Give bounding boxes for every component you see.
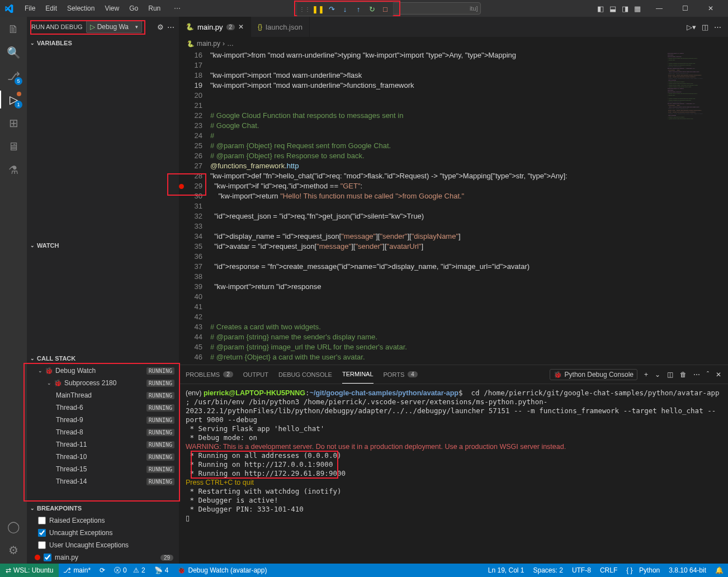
menu-file[interactable]: File: [20, 2, 40, 15]
menu-overflow-icon[interactable]: ⋯: [169, 2, 185, 15]
panel-tab[interactable]: DEBUG CONSOLE: [278, 365, 332, 384]
code-line[interactable]: "kw-import">from "mod warn-underline">ty…: [210, 50, 666, 60]
code-line[interactable]: "kw-import">import "mod warn-underline">…: [210, 70, 666, 81]
panel-tab[interactable]: OUTPUT: [243, 365, 268, 384]
debug-settings-gear-icon[interactable]: ⚙: [157, 23, 164, 31]
code-line[interactable]: # @param {string} name the sender's disp…: [210, 332, 666, 342]
code-line[interactable]: # @param {Object} req Request sent from …: [210, 141, 666, 151]
code-line[interactable]: "id">display_name = "id">request_json["m…: [210, 231, 666, 242]
line-number[interactable]: 17: [179, 60, 202, 70]
code-line[interactable]: "kw-import">return "Hello! This function…: [210, 191, 666, 201]
remote-explorer-icon[interactable]: 🖥: [6, 139, 21, 154]
breakpoint-checkbox[interactable]: [38, 517, 46, 524]
problems-status[interactable]: ⓧ0 ⚠2: [110, 564, 150, 577]
code-line[interactable]: "id">avatar = "id">request_json["message…: [210, 242, 666, 252]
breakpoint-category[interactable]: Uncaught Exceptions: [27, 527, 179, 539]
code-line[interactable]: [210, 201, 666, 211]
layout-sidebarright-icon[interactable]: ◨: [622, 4, 628, 13]
line-number[interactable]: 31: [179, 201, 202, 211]
eol[interactable]: CRLF: [595, 566, 622, 574]
new-terminal-icon[interactable]: +: [644, 371, 648, 379]
code-line[interactable]: [210, 302, 666, 312]
indentation[interactable]: Spaces: 2: [529, 566, 568, 574]
terminal-profile-select[interactable]: 🐞 Python Debug Console: [550, 369, 637, 380]
git-sync[interactable]: ⟳: [95, 564, 110, 577]
breakpoint-dot-icon[interactable]: [179, 184, 184, 189]
split-terminal-icon[interactable]: ◫: [667, 371, 673, 379]
minimap[interactable]: from typing import Any, Mappingimport fl…: [666, 50, 728, 365]
callstack-row[interactable]: Thread-9RUNNING: [27, 414, 179, 426]
run-editor-icon[interactable]: ▷▾: [687, 23, 696, 31]
editor-tab[interactable]: {}launch.json: [251, 17, 310, 37]
callstack-row[interactable]: ⌄🐞Subprocess 2180RUNNING: [27, 377, 179, 389]
notifications-icon[interactable]: 🔔: [711, 566, 728, 574]
code-line[interactable]: [210, 101, 666, 111]
line-gutter[interactable]: 1617181920212223242526272829303132333435…: [179, 50, 210, 365]
line-number[interactable]: 43: [179, 322, 202, 332]
callstack-section-header[interactable]: ⌄ CALL STACK: [27, 352, 179, 365]
testing-icon[interactable]: ⚗: [6, 162, 21, 178]
terminal-dropdown-icon[interactable]: ⌄: [655, 371, 660, 379]
code-line[interactable]: "id">response = "fn">create_message("id"…: [210, 262, 666, 272]
code-line[interactable]: "kw-import">import "mod warn-underline">…: [210, 81, 666, 91]
line-number[interactable]: 33: [179, 221, 202, 231]
line-number[interactable]: 34: [179, 231, 202, 242]
callstack-row[interactable]: Thread-11RUNNING: [27, 438, 179, 451]
line-number[interactable]: 42: [179, 312, 202, 322]
menu-edit[interactable]: Edit: [41, 2, 62, 15]
line-number[interactable]: 37: [179, 262, 202, 272]
code-line[interactable]: # @param {string} image_url the URL for …: [210, 342, 666, 352]
menu-selection[interactable]: Selection: [63, 2, 99, 15]
line-number[interactable]: 39: [179, 282, 202, 292]
panel-more-icon[interactable]: ⋯: [693, 371, 700, 379]
settings-gear-icon[interactable]: ⚙: [6, 542, 21, 558]
search-icon[interactable]: 🔍: [6, 45, 21, 60]
code-line[interactable]: [210, 312, 666, 322]
debug-start-icon[interactable]: ▷: [90, 23, 95, 31]
window-maximize-icon[interactable]: ☐: [672, 0, 698, 17]
code-lines[interactable]: "kw-import">from "mod warn-underline">ty…: [210, 50, 666, 365]
menu-go[interactable]: Go: [125, 2, 143, 15]
panel-tab[interactable]: PORTS4: [384, 365, 418, 384]
code-line[interactable]: #: [210, 131, 666, 141]
variables-section-header[interactable]: ⌄ VARIABLES: [27, 37, 179, 49]
line-number[interactable]: 46: [179, 352, 202, 362]
breakpoint-checkbox[interactable]: [44, 554, 51, 561]
remote-indicator[interactable]: ⇄WSL: Ubuntu: [0, 564, 59, 577]
breakpoints-section-header[interactable]: ⌄ BREAKPOINTS: [27, 502, 179, 514]
panel-close-icon[interactable]: ✕: [716, 371, 721, 379]
code-line[interactable]: "kw-import">def "fn">hello_chat("id">req…: [210, 171, 666, 181]
explorer-icon[interactable]: 🗎: [6, 21, 21, 37]
line-number[interactable]: 25: [179, 141, 202, 151]
source-control-icon[interactable]: ⎇5: [6, 68, 21, 84]
menu-run[interactable]: Run: [144, 2, 165, 15]
code-line[interactable]: "kw-import">return "id">response: [210, 282, 666, 292]
line-number[interactable]: 27: [179, 161, 202, 171]
code-line[interactable]: [210, 91, 666, 101]
line-number[interactable]: 28: [179, 171, 202, 181]
line-number[interactable]: 24: [179, 131, 202, 141]
step-out-icon[interactable]: ↑: [353, 3, 364, 15]
python-interpreter[interactable]: 3.8.10 64-bit: [664, 566, 711, 574]
breadcrumb[interactable]: 🐍 main.py › …: [179, 37, 728, 50]
breakpoint-category[interactable]: Raised Exceptions: [27, 514, 179, 527]
stop-icon[interactable]: □: [380, 3, 391, 15]
callstack-row[interactable]: Thread-14RUNNING: [27, 475, 179, 488]
line-number[interactable]: 26: [179, 151, 202, 161]
menu-view[interactable]: View: [100, 2, 124, 15]
line-number[interactable]: 45: [179, 342, 202, 352]
line-number[interactable]: 30: [179, 191, 202, 201]
panel-tab[interactable]: PROBLEMS2: [186, 365, 233, 384]
breakpoint-checkbox[interactable]: [38, 529, 46, 537]
cursor-position[interactable]: Ln 19, Col 1: [484, 566, 529, 574]
panel-maximize-icon[interactable]: ˆ: [707, 371, 709, 379]
debug-config-select[interactable]: ▷ Debug Wa ▾: [86, 21, 142, 33]
kill-terminal-icon[interactable]: 🗑: [680, 371, 687, 379]
code-line[interactable]: [210, 221, 666, 231]
code-line[interactable]: [210, 292, 666, 302]
callstack-row[interactable]: Thread-8RUNNING: [27, 426, 179, 438]
debug-status[interactable]: 🐞Debug Watch (avatar-app): [173, 564, 271, 577]
debug-more-icon[interactable]: ⋯: [167, 23, 174, 31]
line-number[interactable]: 18: [179, 70, 202, 81]
line-number[interactable]: 22: [179, 111, 202, 121]
